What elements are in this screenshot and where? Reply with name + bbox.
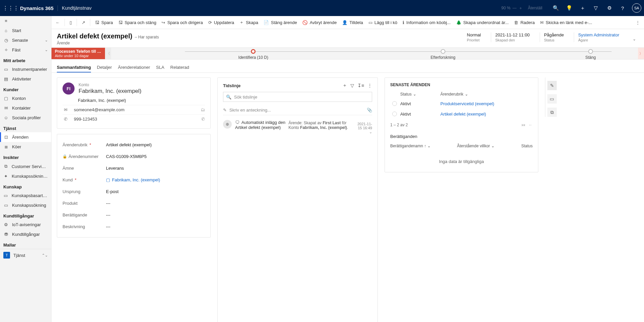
cmd-button[interactable]: 📄Stäng ärende <box>261 17 300 27</box>
form-row[interactable]: 🔒ÄrendenummerCAS-01009-X5M6P5 <box>63 151 205 162</box>
timeline-sort-icon[interactable]: ↧≡ <box>357 83 364 88</box>
process-stage[interactable]: Efterforskning <box>431 49 455 60</box>
recent-col-status[interactable]: Status⌄ <box>400 92 440 97</box>
sidenav-item[interactable]: ⛃Kundtillgångar <box>0 229 51 239</box>
account-name[interactable]: Fabrikam, Inc. (exempel) <box>79 88 141 95</box>
assistant-kb-icon[interactable]: ⧉ <box>547 108 557 117</box>
timeline-note-input[interactable]: ✎ Skriv en anteckning... 📎 <box>223 105 372 115</box>
area-switcher[interactable]: T Tjänst ⌃⌄ <box>0 249 51 261</box>
timeline-filter-icon[interactable]: ▽ <box>350 83 354 88</box>
nav-icon: ⛃ <box>3 232 9 237</box>
hamburger-icon[interactable]: ≡ <box>0 16 51 26</box>
cmd-button[interactable]: ⟳Uppdatera <box>206 17 237 27</box>
form-row[interactable]: UrsprungE-post <box>63 186 205 197</box>
assistant-pencil-icon[interactable]: ✎ <box>547 81 557 90</box>
tab[interactable]: SLA <box>156 63 165 72</box>
cmd-button[interactable]: ℹInformation om köobj... <box>400 17 453 27</box>
process-stage[interactable]: Identifiera (10 D) <box>238 49 268 60</box>
timeline-search[interactable]: 🔍 Sök tidslinje <box>223 92 372 102</box>
bulb-icon[interactable]: 💡 <box>562 5 576 11</box>
cmd-button[interactable]: ✉Skicka en länk med e-... <box>537 17 595 27</box>
avatar[interactable]: SA <box>632 3 641 13</box>
form-row[interactable]: ÄmneLeverans <box>63 162 205 174</box>
sidenav-item[interactable]: ▭Instrumentpaneler <box>0 64 51 74</box>
ent-col-name[interactable]: Berättigandenamn ↑ ⌄ <box>390 144 457 148</box>
ent-col-remaining[interactable]: Återstående villkor ⌄ <box>457 144 513 148</box>
tab[interactable]: Sammanfattning <box>57 63 91 72</box>
cmd-button[interactable]: 🌲Skapa underordnat är... <box>453 17 512 27</box>
tab[interactable]: Ärenderelationer <box>118 63 150 72</box>
cmd-button[interactable]: 👤Tilldela <box>339 17 366 27</box>
popout-button[interactable]: ↗ <box>79 18 88 27</box>
form-row[interactable]: Ärenderubrik*Artikel defekt (exempel) <box>63 139 205 151</box>
process-stage[interactable]: Stäng <box>585 49 596 60</box>
recent-case-row[interactable]: AktivtProduktservicetid (exempel) <box>390 99 533 109</box>
brand[interactable]: Dynamics 365 <box>16 5 58 11</box>
ent-col-status[interactable]: Status <box>513 144 533 148</box>
tab[interactable]: Detaljer <box>97 63 112 72</box>
pager-prev-icon[interactable]: ← <box>529 123 533 127</box>
sidenav-item[interactable]: ✉Kontakter <box>0 103 51 113</box>
expand-header-button[interactable]: ⌄ <box>630 35 639 43</box>
timeline-add-icon[interactable]: ＋ <box>342 83 347 89</box>
account-phone[interactable]: 999-123453 <box>74 117 97 122</box>
assistant-book-icon[interactable]: ▭ <box>547 94 557 104</box>
sidenav-item[interactable]: ☺Sociala profiler <box>0 113 51 123</box>
account-linkname[interactable]: Fabrikam, Inc. (exempel) <box>78 98 205 103</box>
sidenav-item[interactable]: ▭Kunskapssökning <box>0 200 51 210</box>
sidenav-item-fäst[interactable]: ✧Fäst⌄ <box>0 45 51 55</box>
zoom-reset[interactable]: Återställ <box>528 6 542 10</box>
sidenav-item[interactable]: ▢Konton <box>0 94 51 103</box>
cmd-button[interactable]: 🖫Spara <box>92 17 116 27</box>
add-icon[interactable]: ＋ <box>576 5 589 11</box>
process-prev-button[interactable]: 〈 <box>105 48 111 59</box>
form-row[interactable]: Kund*▢Fabrikam, Inc. (exempel) <box>63 174 205 186</box>
account-email[interactable]: someone4@example.com <box>74 107 124 112</box>
row-select[interactable] <box>392 112 397 116</box>
form-row[interactable]: Berättigande--- <box>63 209 205 221</box>
cmd-button[interactable]: 🚫Avbryt ärende <box>300 17 339 27</box>
sidenav-item[interactable]: ▤Aktiviteter <box>0 74 51 84</box>
sidenav-item[interactable]: ⚙IoT-aviseringar <box>0 220 51 229</box>
tab[interactable]: Relaterad <box>170 63 189 72</box>
record-set-button[interactable]: ▯ <box>67 18 75 27</box>
row-select[interactable] <box>392 101 397 106</box>
sidenav-heading: Mitt arbete <box>0 55 51 64</box>
form-row[interactable]: Beskrivning--- <box>63 221 205 232</box>
sidenav-item[interactable]: ⊡Ärenden <box>0 132 51 142</box>
overflow-button[interactable]: ⋮ <box>633 18 643 27</box>
search-icon[interactable]: 🔍 <box>549 5 562 11</box>
cmd-button[interactable]: 🗑Radera <box>511 17 537 27</box>
sidenav-item[interactable]: ⧉Customer Service ... <box>0 161 51 171</box>
email-action-icon[interactable]: 🗂 <box>201 107 205 112</box>
cmd-button[interactable]: 🖫Spara och stäng <box>116 17 159 27</box>
timeline-more-icon[interactable]: ⋮ <box>367 83 372 88</box>
cmd-icon: 🚫 <box>302 20 308 25</box>
attach-icon[interactable]: 📎 <box>367 108 372 113</box>
waffle-icon[interactable]: ⋮⋮⋮ <box>3 5 16 11</box>
cmd-button[interactable]: ↪Spara och dirigera <box>159 17 205 27</box>
back-button[interactable]: ← <box>53 18 63 27</box>
sidenav-item-start[interactable]: ⌂Start <box>0 26 51 35</box>
cmd-button[interactable]: ▭Lägg till i kö <box>366 17 400 27</box>
recent-col-title[interactable]: Ärenderubrik⌄ <box>440 92 533 97</box>
sidenav-heading: Kunder <box>0 84 51 94</box>
recent-case-row[interactable]: AktivtArtikel defekt (exempel) <box>390 109 533 119</box>
nav-icon: ◷ <box>3 38 9 43</box>
sidenav-item[interactable]: ≣Köer <box>0 142 51 152</box>
gear-icon[interactable]: ⚙ <box>603 5 616 11</box>
sidenav-item[interactable]: ▭Kunskapsbasartiklar <box>0 191 51 200</box>
form-row[interactable]: Produkt--- <box>63 197 205 209</box>
phone-action-icon[interactable]: ✆ <box>201 117 205 122</box>
header-field: NormalPrioritet <box>463 32 485 42</box>
module-name[interactable]: Kundtjänstnav <box>62 5 92 11</box>
process-pill[interactable]: Processen Telefon till äre... Aktiv unde… <box>51 48 105 59</box>
pager-first-icon[interactable]: ⏮ <box>521 123 525 127</box>
timeline-item[interactable]: ⊕ 🗨Automatiskt inlägg den Artikel defekt… <box>223 120 372 322</box>
sidenav-item[interactable]: ✦Kunskapssökning ... <box>0 171 51 181</box>
process-next-button[interactable]: 〉 <box>638 48 644 59</box>
filter-icon[interactable]: ▽ <box>589 5 603 11</box>
cmd-button[interactable]: ＋Skapa <box>237 17 261 27</box>
sidenav-item-senaste[interactable]: ◷Senaste⌄ <box>0 35 51 45</box>
help-icon[interactable]: ? <box>616 5 629 11</box>
